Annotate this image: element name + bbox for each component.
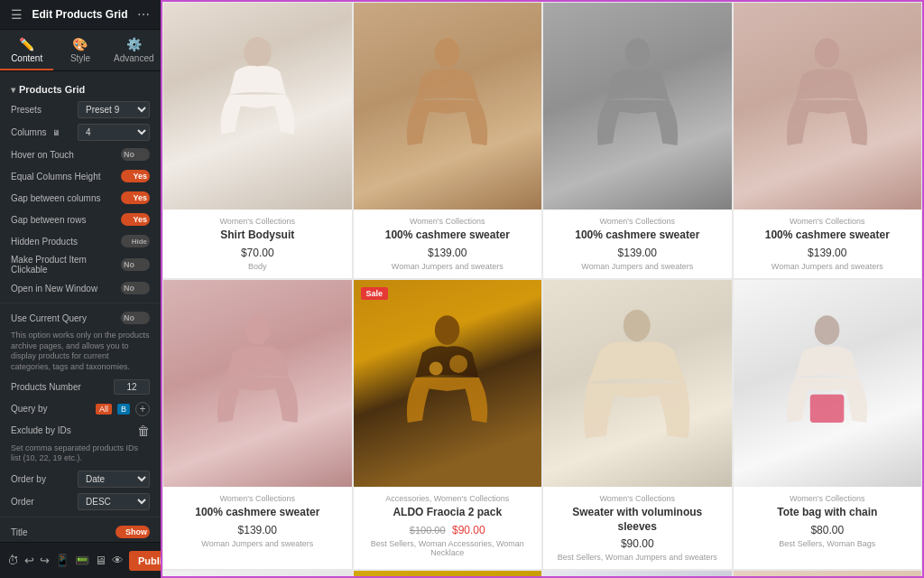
desktop-icon[interactable]: 🖥 <box>95 550 106 572</box>
product-tags-3: Woman Jumpers and sweaters <box>552 262 723 271</box>
open-new-window-toggle[interactable]: No <box>121 282 150 294</box>
panel-body: Products Grid Presets Preset 9 Columns 🖥… <box>0 71 161 542</box>
product-price-1: $70.00 <box>172 247 343 259</box>
product-image-wrap-2 <box>354 3 542 210</box>
divider-2 <box>0 517 161 517</box>
product-card-cashmere-grey[interactable]: Women's Collections 100% cashmere sweate… <box>542 2 733 279</box>
exclude-ids-clear-btn[interactable]: 🗑 <box>137 424 150 437</box>
query-by-add-btn[interactable]: + <box>135 402 150 416</box>
product-category-7: Women's Collections <box>552 494 723 503</box>
product-info-7: Women's Collections Sweater with volumin… <box>543 487 732 569</box>
sale-badge-6: Sale <box>361 287 389 300</box>
mobile-icon[interactable]: 📱 <box>55 550 69 572</box>
products-number-input[interactable] <box>114 379 150 395</box>
redo-icon[interactable]: ↪ <box>40 550 50 572</box>
undo-icon[interactable]: ↩ <box>24 550 34 572</box>
product-tags-5: Woman Jumpers and sweaters <box>172 539 343 548</box>
product-tags-6: Best Sellers, Woman Accessories, Woman N… <box>363 539 533 557</box>
hidden-products-toggle[interactable]: Hide <box>121 235 150 247</box>
tab-content[interactable]: ✏️ Content <box>0 30 53 70</box>
tablet-icon[interactable]: 📟 <box>75 550 89 572</box>
product-tags-2: Woman Jumpers and sweaters <box>363 262 533 271</box>
presets-select[interactable]: Preset 9 <box>78 101 150 118</box>
product-name-5: 100% cashmere sweater <box>172 506 343 520</box>
product-clickable-toggle[interactable]: No <box>121 258 150 271</box>
edit-icon: ✏️ <box>19 37 34 51</box>
product-card-shirt-bodysuit[interactable]: Women's Collections Shirt Bodysuit $70.0… <box>162 2 353 279</box>
columns-select[interactable]: 4 <box>78 124 150 141</box>
svg-point-3 <box>815 39 840 69</box>
preview-icon[interactable]: 👁 <box>112 550 124 572</box>
product-image-wrap-8 <box>734 280 922 487</box>
svg-point-9 <box>815 316 840 346</box>
products-grid-container: Women's Collections Shirt Bodysuit $70.0… <box>161 0 924 578</box>
hamburger-icon[interactable]: ☰ <box>11 7 23 22</box>
product-image-12 <box>734 571 922 578</box>
gap-columns-toggle[interactable]: Yes <box>121 191 150 204</box>
equal-columns-height-toggle[interactable]: Yes <box>121 170 150 182</box>
product-card-cashmere-beige[interactable]: Women's Collections 100% cashmere sweate… <box>353 2 543 279</box>
product-image-4 <box>734 3 922 210</box>
tab-advanced[interactable]: ⚙️ Advanced <box>107 30 161 70</box>
product-category-8: Women's Collections <box>743 494 913 503</box>
product-card-cashmere-pink2[interactable]: Women's Collections 100% cashmere sweate… <box>162 279 353 571</box>
product-card-aldo[interactable]: Sale Accessories, Women's Collections AL… <box>353 279 543 571</box>
svg-point-7 <box>449 355 467 373</box>
product-category-5: Women's Collections <box>172 494 343 503</box>
product-price-5: $139.00 <box>172 524 343 536</box>
field-columns: Columns 🖥 4 <box>0 121 161 144</box>
product-price-2: $139.00 <box>363 247 533 259</box>
product-card-white-shirt[interactable] <box>162 570 353 578</box>
product-tags-4: Woman Jumpers and sweaters <box>743 262 913 271</box>
product-card-sunglasses[interactable]: Sale <box>542 570 733 578</box>
product-category-4: Women's Collections <box>743 217 913 226</box>
svg-point-8 <box>624 310 651 341</box>
svg-point-4 <box>245 316 270 346</box>
product-price-6: $100.00 $90.00 <box>363 524 533 536</box>
tab-content-label: Content <box>11 53 42 63</box>
product-card-sweater-voluminous[interactable]: Women's Collections Sweater with volumin… <box>542 279 733 571</box>
product-card-cashmere-pink[interactable]: Women's Collections 100% cashmere sweate… <box>733 2 923 279</box>
product-card-yellow-jacket[interactable] <box>353 570 543 578</box>
history-icon[interactable]: ⏱ <box>7 550 19 572</box>
title-toggle[interactable]: Show <box>116 526 150 538</box>
product-name-8: Tote bag with chain <box>743 506 913 520</box>
columns-label: Columns 🖥 <box>11 127 78 137</box>
section-title-products-grid[interactable]: Products Grid <box>0 79 161 98</box>
use-current-query-toggle[interactable]: No <box>121 312 150 324</box>
product-price-3: $139.00 <box>552 247 723 259</box>
field-exclude-ids: Exclude by IDs 🗑 <box>0 420 161 442</box>
panel-tabs: ✏️ Content 🎨 Style ⚙️ Advanced <box>0 30 161 71</box>
field-use-current-query: Use Current Query No <box>0 307 161 329</box>
product-image-6 <box>354 280 542 487</box>
products-grid: Women's Collections Shirt Bodysuit $70.0… <box>162 2 922 578</box>
svg-point-2 <box>624 39 650 69</box>
title-label: Title <box>11 527 116 537</box>
gap-rows-toggle[interactable]: Yes <box>121 213 150 226</box>
query-by-all-btn[interactable]: All <box>96 404 112 415</box>
hover-on-touch-toggle[interactable]: No <box>121 148 150 161</box>
product-image-8 <box>734 280 922 487</box>
tab-style[interactable]: 🎨 Style <box>53 30 106 70</box>
gear-icon: ⚙️ <box>126 37 142 51</box>
product-info-4: Women's Collections 100% cashmere sweate… <box>734 210 922 278</box>
product-image-wrap-4 <box>734 3 922 210</box>
order-select[interactable]: DESC <box>78 493 150 510</box>
product-image-2 <box>354 3 542 210</box>
product-image-wrap-7 <box>543 280 732 487</box>
dots-icon[interactable]: ⋯ <box>137 7 150 22</box>
query-by-b-btn[interactable]: B <box>117 404 130 415</box>
panel-title: Edit Products Grid <box>32 8 127 21</box>
product-card-tote-bag[interactable]: Women's Collections Tote bag with chain … <box>733 279 923 571</box>
publish-button[interactable]: Publish <box>129 551 161 571</box>
left-panel: ☰ Edit Products Grid ⋯ ✏️ Content 🎨 Styl… <box>0 0 161 578</box>
product-image-wrap-3 <box>543 3 732 210</box>
product-card-face[interactable]: Sale <box>733 570 923 578</box>
product-price-4: $139.00 <box>743 247 913 259</box>
svg-rect-10 <box>810 395 845 423</box>
product-price-sale-6: $90.00 <box>452 524 485 536</box>
svg-point-5 <box>435 316 460 346</box>
product-category-1: Women's Collections <box>172 217 343 226</box>
product-category-3: Women's Collections <box>552 217 723 226</box>
order-by-select[interactable]: Date <box>78 471 150 488</box>
